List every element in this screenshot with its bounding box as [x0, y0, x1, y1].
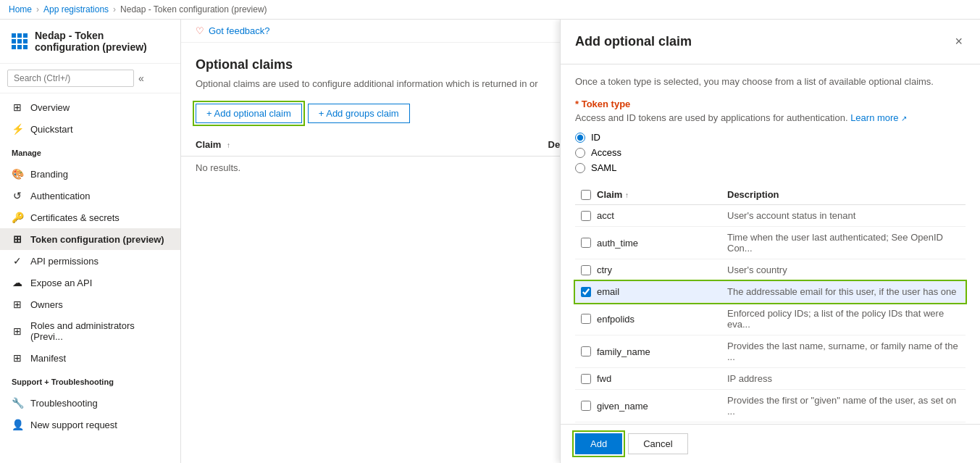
claim-name-ctry: ctry — [597, 264, 727, 275]
claim-row-family_name: family_nameProvides the last name, surna… — [575, 335, 966, 368]
claim-row-fwd: fwdIP address — [575, 368, 966, 390]
nav-support: 🔧 Troubleshooting 👤 New support request — [0, 389, 180, 438]
claim-name-email: email — [597, 286, 727, 297]
search-input[interactable] — [7, 70, 134, 87]
expose-api-icon: ☁ — [12, 277, 23, 288]
sidebar-item-api-permissions-label: API permissions — [30, 256, 99, 267]
breadcrumb-current: Nedap - Token configuration (preview) — [120, 4, 267, 14]
cancel-button[interactable]: Cancel — [628, 433, 687, 454]
claims-col-claim-header: Claim — [597, 189, 622, 200]
branding-icon: 🎨 — [12, 168, 23, 180]
add-optional-claim-panel: Add optional claim × Once a token type i… — [560, 20, 980, 463]
app-title-bar: Nedap - Token configuration (preview) — [0, 20, 180, 64]
claim-desc-email: The addressable email for this user, if … — [727, 286, 966, 297]
sidebar-item-manifest-label: Manifest — [30, 353, 66, 364]
sidebar-item-troubleshooting[interactable]: 🔧 Troubleshooting — [0, 392, 180, 414]
claim-checkbox-enfpolids[interactable] — [581, 314, 591, 324]
sidebar-item-roles-label: Roles and administrators (Previ... — [30, 320, 169, 342]
claim-name-given_name: given_name — [597, 401, 727, 412]
radio-id-input[interactable] — [575, 133, 585, 143]
select-all-claims-checkbox[interactable] — [581, 190, 591, 200]
radio-saml-input[interactable] — [575, 163, 585, 173]
panel-title: Add optional claim — [575, 34, 692, 49]
manage-section-label: Manage — [0, 143, 180, 160]
claim-name-acct: acct — [597, 210, 727, 221]
sidebar-item-authentication[interactable]: ↺ Authentication — [0, 185, 180, 207]
breadcrumb-app-registrations[interactable]: App registrations — [43, 4, 109, 14]
sidebar: Nedap - Token configuration (preview) « … — [0, 20, 181, 463]
claims-list-header: Claim ↑ Description — [575, 185, 966, 205]
sidebar-item-token-config[interactable]: ⊞ Token configuration (preview) — [0, 228, 180, 250]
sidebar-item-branding-label: Branding — [30, 169, 68, 180]
nav-top: ⊞ Overview ⚡ Quickstart — [0, 93, 180, 143]
claim-row-acct: acctUser's account status in tenant — [575, 205, 966, 227]
claim-checkbox-given_name[interactable] — [581, 401, 591, 411]
claim-checkbox-family_name[interactable] — [581, 346, 591, 356]
sidebar-item-troubleshooting-label: Troubleshooting — [30, 398, 98, 409]
sidebar-item-expose-api[interactable]: ☁ Expose an API — [0, 272, 180, 293]
panel-body: Once a token type is selected, you may c… — [561, 64, 980, 424]
sidebar-item-quickstart[interactable]: ⚡ Quickstart — [0, 118, 180, 140]
authentication-icon: ↺ — [12, 190, 23, 201]
radio-saml-label: SAML — [591, 162, 616, 173]
external-link-icon: ↗ — [901, 114, 907, 122]
radio-id[interactable]: ID — [575, 132, 966, 143]
claim-desc-family_name: Provides the last name, surname, or fami… — [727, 341, 966, 362]
claim-checkbox-auth_time[interactable] — [581, 238, 591, 248]
panel-close-button[interactable]: × — [952, 31, 966, 52]
radio-saml[interactable]: SAML — [575, 162, 966, 173]
radio-access-input[interactable] — [575, 148, 585, 158]
radio-id-label: ID — [591, 132, 600, 143]
claim-row-email: emailThe addressable email for this user… — [575, 281, 966, 303]
collapse-sidebar-icon[interactable]: « — [138, 72, 144, 84]
overview-icon: ⊞ — [12, 101, 23, 113]
sidebar-item-expose-api-label: Expose an API — [30, 278, 92, 288]
troubleshooting-icon: 🔧 — [12, 397, 23, 409]
add-button[interactable]: Add — [575, 433, 622, 454]
claim-checkbox-acct[interactable] — [581, 211, 591, 221]
claim-desc-acct: User's account status in tenant — [727, 210, 966, 221]
content-area: ♡ Got feedback? Optional claims Optional… — [181, 20, 980, 463]
panel-footer: Add Cancel — [561, 424, 980, 463]
claim-row-enfpolids: enfpolidsEnforced policy IDs; a list of … — [575, 303, 966, 335]
add-groups-claim-button[interactable]: + Add groups claim — [308, 104, 410, 123]
claims-list: acctUser's account status in tenantauth_… — [575, 205, 966, 422]
search-box: « — [0, 64, 180, 93]
support-section-label: Support + Troubleshooting — [0, 372, 180, 389]
radio-access[interactable]: Access — [575, 147, 966, 158]
breadcrumb: Home › App registrations › Nedap - Token… — [0, 0, 980, 20]
quickstart-icon: ⚡ — [12, 123, 23, 135]
app-title-text: Nedap - Token configuration (preview) — [35, 30, 169, 53]
sort-icon-claim[interactable]: ↑ — [625, 191, 629, 199]
sidebar-item-manifest[interactable]: ⊞ Manifest — [0, 347, 180, 369]
token-type-desc: Access and ID tokens are used by applica… — [575, 112, 966, 123]
learn-more-link[interactable]: Learn more ↗ — [850, 112, 907, 123]
sidebar-item-certificates[interactable]: 🔑 Certificates & secrets — [0, 207, 180, 228]
claim-checkbox-ctry[interactable] — [581, 265, 591, 275]
add-optional-claim-button[interactable]: + Add optional claim — [196, 104, 302, 123]
claims-col-desc-header: Description — [727, 189, 966, 200]
claim-desc-given_name: Provides the first or "given" name of th… — [727, 395, 966, 417]
sidebar-item-branding[interactable]: 🎨 Branding — [0, 163, 180, 185]
sidebar-item-overview[interactable]: ⊞ Overview — [0, 96, 180, 118]
sidebar-item-roles[interactable]: ⊞ Roles and administrators (Previ... — [0, 315, 180, 347]
app-icon — [12, 33, 28, 49]
nav-manage: 🎨 Branding ↺ Authentication 🔑 Certificat… — [0, 160, 180, 372]
claim-checkbox-fwd[interactable] — [581, 374, 591, 384]
new-support-icon: 👤 — [12, 419, 23, 430]
token-config-icon: ⊞ — [12, 233, 23, 245]
claim-desc-ctry: User's country — [727, 264, 966, 275]
sort-arrow-claim[interactable]: ↑ — [227, 141, 230, 149]
sidebar-item-overview-label: Overview — [30, 102, 70, 113]
claim-name-fwd: fwd — [597, 373, 727, 384]
claim-checkbox-email[interactable] — [581, 287, 591, 297]
sidebar-item-api-permissions[interactable]: ✓ API permissions — [0, 250, 180, 272]
radio-access-label: Access — [591, 147, 621, 158]
api-permissions-icon: ✓ — [12, 255, 23, 267]
claim-desc-fwd: IP address — [727, 373, 966, 384]
sidebar-item-certificates-label: Certificates & secrets — [30, 212, 120, 223]
manifest-icon: ⊞ — [12, 352, 23, 364]
sidebar-item-new-support[interactable]: 👤 New support request — [0, 414, 180, 435]
breadcrumb-home[interactable]: Home — [9, 4, 32, 14]
sidebar-item-owners[interactable]: ⊞ Owners — [0, 293, 180, 315]
